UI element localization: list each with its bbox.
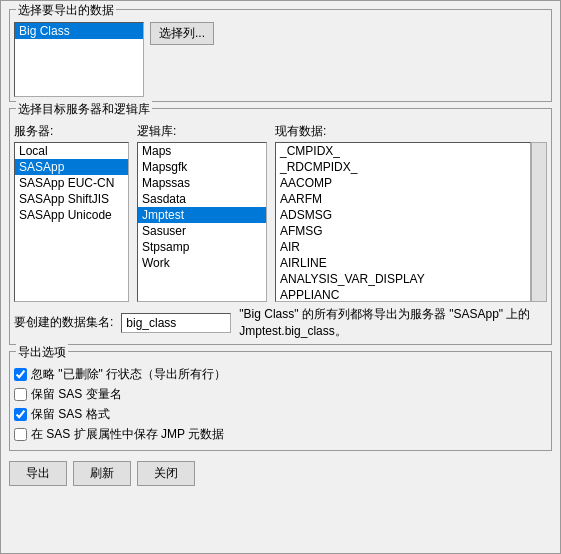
datasets-list[interactable]: _CMPIDX__RDCMPIDX_AACOMPAARFMADSMSGAFMSG… — [275, 142, 531, 302]
option-row: 保留 SAS 变量名 — [14, 386, 547, 403]
server-list[interactable]: LocalSASAppSASApp EUC-CNSASApp ShiftJISS… — [14, 142, 129, 302]
library-label: 逻辑库: — [137, 123, 267, 140]
dataset-list-item[interactable]: AFMSG — [276, 223, 530, 239]
option-row: 忽略 "已删除" 行状态（导出所有行） — [14, 366, 547, 383]
dataset-list-item[interactable]: _RDCMPIDX_ — [276, 159, 530, 175]
option-label-1: 保留 SAS 变量名 — [31, 386, 122, 403]
server-list-item[interactable]: SASApp — [15, 159, 128, 175]
options-list: 忽略 "已删除" 行状态（导出所有行）保留 SAS 变量名保留 SAS 格式在 … — [14, 366, 547, 443]
server-label: 服务器: — [14, 123, 129, 140]
export-data-content: Big Class 选择列... — [14, 22, 547, 97]
dataset-list-item[interactable]: AACOMP — [276, 175, 530, 191]
target-section-box: 选择目标服务器和逻辑库 服务器: LocalSASAppSASApp EUC-C… — [9, 108, 552, 345]
library-col: 逻辑库: MapsMapsgfkMapssasSasdataJmptestSas… — [137, 123, 267, 302]
dataset-info-text: "Big Class" 的所有列都将导出为服务器 "SASApp" 上的 Jmp… — [239, 306, 547, 340]
dataset-list-item[interactable]: _CMPIDX_ — [276, 143, 530, 159]
option-row: 保留 SAS 格式 — [14, 406, 547, 423]
dataset-list-item[interactable]: AIRLINE — [276, 255, 530, 271]
option-checkbox-1[interactable] — [14, 388, 27, 401]
export-listbox[interactable]: Big Class — [14, 22, 144, 97]
dataset-name-input[interactable] — [121, 313, 231, 333]
option-checkbox-2[interactable] — [14, 408, 27, 421]
dataset-list-item[interactable]: APPLIANC — [276, 287, 530, 302]
server-list-item[interactable]: Local — [15, 143, 128, 159]
option-checkbox-0[interactable] — [14, 368, 27, 381]
server-list-item[interactable]: SASApp ShiftJIS — [15, 191, 128, 207]
library-list-item[interactable]: Maps — [138, 143, 266, 159]
server-col: 服务器: LocalSASAppSASApp EUC-CNSASApp Shif… — [14, 123, 129, 302]
option-checkbox-3[interactable] — [14, 428, 27, 441]
datasets-label: 现有数据: — [275, 123, 547, 140]
dataset-list-item[interactable]: ADSMSG — [276, 207, 530, 223]
library-list-item[interactable]: Work — [138, 255, 266, 271]
dataset-list-item[interactable]: AIR — [276, 239, 530, 255]
option-label-0: 忽略 "已删除" 行状态（导出所有行） — [31, 366, 226, 383]
refresh-button[interactable]: 刷新 — [73, 461, 131, 486]
library-list-item[interactable]: Mapssas — [138, 175, 266, 191]
datasets-scrollbar[interactable] — [531, 142, 547, 302]
export-button[interactable]: 导出 — [9, 461, 67, 486]
library-list-item[interactable]: Sasdata — [138, 191, 266, 207]
datasets-col: 现有数据: _CMPIDX__RDCMPIDX_AACOMPAARFMADSMS… — [275, 123, 547, 302]
section1-title: 选择要导出的数据 — [16, 2, 116, 19]
dataset-list-item[interactable]: AARFM — [276, 191, 530, 207]
choose-col-button[interactable]: 选择列... — [150, 22, 214, 45]
dataset-name-row: 要创建的数据集名: "Big Class" 的所有列都将导出为服务器 "SASA… — [14, 306, 547, 340]
library-list-item[interactable]: Stpsamp — [138, 239, 266, 255]
options-section-box: 导出选项 忽略 "已删除" 行状态（导出所有行）保留 SAS 变量名保留 SAS… — [9, 351, 552, 451]
close-button[interactable]: 关闭 — [137, 461, 195, 486]
server-list-item[interactable]: SASApp Unicode — [15, 207, 128, 223]
library-list-item[interactable]: Jmptest — [138, 207, 266, 223]
section3-title: 导出选项 — [16, 344, 68, 361]
bottom-buttons: 导出 刷新 关闭 — [9, 461, 552, 486]
option-label-2: 保留 SAS 格式 — [31, 406, 110, 423]
dialog: 选择要导出的数据 Big Class 选择列... 选择目标服务器和逻辑库 服务… — [0, 0, 561, 554]
library-list[interactable]: MapsMapsgfkMapssasSasdataJmptestSasuserS… — [137, 142, 267, 302]
server-list-item[interactable]: SASApp EUC-CN — [15, 175, 128, 191]
target-cols: 服务器: LocalSASAppSASApp EUC-CNSASApp Shif… — [14, 123, 547, 302]
dataset-name-label: 要创建的数据集名: — [14, 314, 113, 331]
option-label-3: 在 SAS 扩展属性中保存 JMP 元数据 — [31, 426, 224, 443]
dataset-list-item[interactable]: ANALYSIS_VAR_DISPLAY — [276, 271, 530, 287]
export-list-item[interactable]: Big Class — [15, 23, 143, 39]
section2-title: 选择目标服务器和逻辑库 — [16, 101, 152, 118]
option-row: 在 SAS 扩展属性中保存 JMP 元数据 — [14, 426, 547, 443]
export-data-section-box: 选择要导出的数据 Big Class 选择列... — [9, 9, 552, 102]
library-list-item[interactable]: Mapsgfk — [138, 159, 266, 175]
library-list-item[interactable]: Sasuser — [138, 223, 266, 239]
